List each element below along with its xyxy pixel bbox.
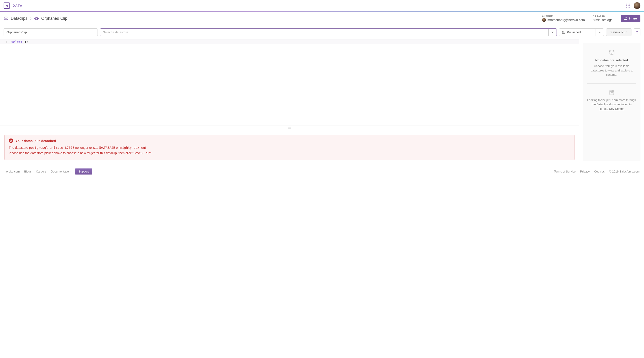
breadcrumb: Dataclips Orphaned Clip <box>4 16 67 21</box>
sidebar-desc: Choose from your available datastores to… <box>587 64 636 77</box>
footer-link-tos[interactable]: Terms of Service <box>554 170 576 173</box>
svg-point-0 <box>4 17 8 18</box>
share-button[interactable]: Share <box>621 15 640 22</box>
dataclips-icon <box>4 16 8 21</box>
footer-right: Terms of Service Privacy Cookies © 2019 … <box>554 170 640 173</box>
chevron-down-icon <box>596 29 604 36</box>
created-label: CREATED <box>593 15 612 18</box>
user-avatar[interactable] <box>634 2 640 9</box>
editor-column: 1 select 1; ✕ Your dataclip is detached … <box>0 39 579 165</box>
database-icon <box>608 50 615 55</box>
subheader: Dataclips Orphaned Clip AUTHOR mrothenbe… <box>0 12 644 25</box>
support-button[interactable]: Support <box>75 168 92 175</box>
topbar-right <box>626 2 640 9</box>
error-title: Your dataclip is detached <box>16 139 56 143</box>
footer-left: heroku.com Blogs Careers Documentation S… <box>4 168 92 175</box>
sidebar-card: No datastore selected Choose from your a… <box>583 43 640 161</box>
svg-point-3 <box>626 17 627 18</box>
visibility-select[interactable]: Published <box>559 28 604 36</box>
more-actions-button[interactable] <box>634 28 640 36</box>
main-area: 1 select 1; ✕ Your dataclip is detached … <box>0 39 644 165</box>
error-body: The datastore postgresql-animate-87078 n… <box>9 145 570 156</box>
svg-point-5 <box>564 31 564 32</box>
code-content: select 1; <box>11 40 28 44</box>
clip-title-input[interactable] <box>4 28 98 36</box>
footer-link-cookies[interactable]: Cookies <box>594 170 605 173</box>
people-icon <box>624 17 628 20</box>
footer-link-blogs[interactable]: Blogs <box>24 170 32 173</box>
app-switcher-icon[interactable] <box>626 3 630 7</box>
author-avatar-icon <box>542 18 546 22</box>
author-label: AUTHOR <box>542 15 585 17</box>
heroku-logo-icon[interactable] <box>4 2 10 9</box>
svg-point-6 <box>609 50 614 52</box>
save-run-button[interactable]: Save & Run <box>606 28 632 36</box>
topbar-left: DATA <box>4 2 23 9</box>
footer-link-heroku[interactable]: heroku.com <box>4 170 20 173</box>
error-alert: ✕ Your dataclip is detached The datastor… <box>4 135 574 160</box>
sort-icon <box>636 30 638 34</box>
footer-copyright: © 2019 Salesforce.com <box>609 170 640 173</box>
visibility-label: Published <box>567 30 581 34</box>
chevron-down-icon <box>548 29 556 36</box>
created-block: CREATED 8 minutes ago <box>593 15 612 22</box>
breadcrumb-current: Orphaned Clip <box>41 16 67 21</box>
datastore-select[interactable]: Select a datastore <box>100 28 557 36</box>
error-icon: ✕ <box>9 138 13 143</box>
sidebar-title: No datastore selected <box>595 58 628 62</box>
created-value: 8 minutes ago <box>593 18 612 22</box>
schema-sidebar: No datastore selected Choose from your a… <box>579 39 644 165</box>
chevron-right-icon <box>30 17 32 20</box>
footer-link-privacy[interactable]: Privacy <box>580 170 590 173</box>
share-label: Share <box>629 17 637 20</box>
svg-point-1 <box>34 17 38 19</box>
code-line: 1 select 1; <box>0 39 579 44</box>
sidebar-help: Looking for help? Learn more through the… <box>587 98 636 111</box>
breadcrumb-root[interactable]: Dataclips <box>11 16 27 21</box>
pane-resize-handle[interactable] <box>0 125 579 130</box>
top-bar: DATA <box>0 0 644 11</box>
results-pane: ✕ Your dataclip is detached The datastor… <box>0 130 579 165</box>
bookmark-icon <box>609 90 614 95</box>
svg-point-4 <box>562 31 563 32</box>
author-block: AUTHOR mrothenberg@heroku.com <box>542 15 585 22</box>
clip-icon <box>34 16 39 21</box>
dev-center-link[interactable]: Heroku Dev Center <box>599 107 624 110</box>
product-name: DATA <box>12 4 23 7</box>
line-number: 1 <box>0 40 11 44</box>
toolbar: Select a datastore Published Save & Run <box>0 25 644 39</box>
author-email[interactable]: mrothenberg@heroku.com <box>547 18 585 22</box>
footer-link-docs[interactable]: Documentation <box>51 170 70 173</box>
code-editor[interactable]: 1 select 1; <box>0 39 579 70</box>
people-icon <box>562 31 565 34</box>
svg-point-2 <box>625 17 626 18</box>
datastore-placeholder: Select a datastore <box>103 30 128 34</box>
footer-link-careers[interactable]: Careers <box>36 170 46 173</box>
meta-section: AUTHOR mrothenberg@heroku.com CREATED 8 … <box>542 15 640 22</box>
footer: heroku.com Blogs Careers Documentation S… <box>0 165 644 178</box>
